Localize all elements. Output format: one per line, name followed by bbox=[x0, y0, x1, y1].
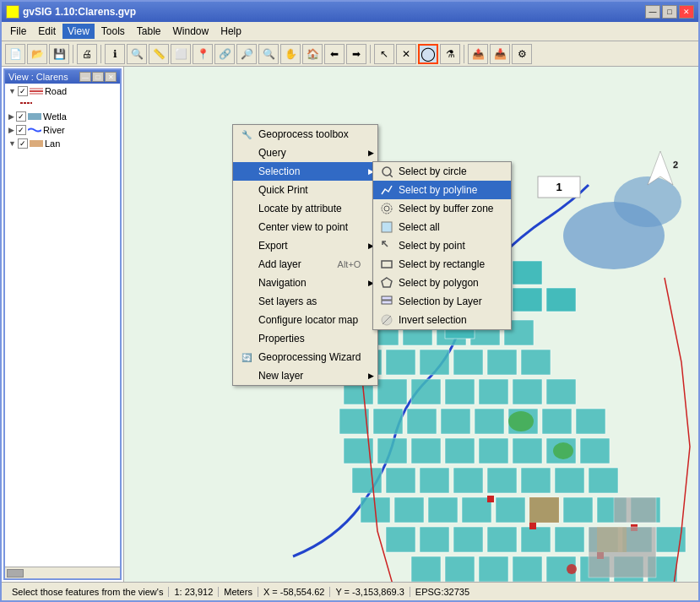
menu-locate[interactable]: Locate by attribute bbox=[233, 199, 377, 218]
tb-select-circle[interactable]: ◯ bbox=[418, 44, 438, 64]
query-arrow: ▶ bbox=[368, 149, 374, 157]
status-units: Meters bbox=[219, 587, 258, 597]
menu-geoprocessing-wizard[interactable]: 🔄 Geoprocessing Wizard bbox=[233, 348, 377, 366]
select-circle[interactable]: Select by circle bbox=[373, 162, 511, 181]
tb-area[interactable]: ⬜ bbox=[171, 44, 191, 64]
tb-select[interactable]: ↖ bbox=[374, 44, 394, 64]
menu-window[interactable]: Window bbox=[168, 24, 214, 39]
tb-clear[interactable]: ✕ bbox=[396, 44, 416, 64]
toc-controls: — □ ✕ bbox=[79, 72, 117, 82]
svg-rect-49 bbox=[555, 468, 584, 493]
layer-river[interactable]: ▶ River bbox=[7, 124, 118, 136]
tb-import[interactable]: 📥 bbox=[490, 44, 510, 64]
menu-selection[interactable]: Selection ▶ bbox=[233, 162, 377, 181]
menu-edit[interactable]: Edit bbox=[33, 24, 61, 39]
selection-by-layer[interactable]: Selection by Layer bbox=[373, 292, 511, 311]
tb-open[interactable]: 📂 bbox=[27, 44, 47, 64]
menu-properties[interactable]: Properties bbox=[233, 329, 377, 348]
svg-rect-50 bbox=[589, 468, 618, 493]
menu-file[interactable]: File bbox=[5, 24, 31, 39]
tb-sep4 bbox=[464, 45, 464, 63]
menu-table[interactable]: Table bbox=[132, 24, 166, 39]
toc-window: View : Clarens — □ ✕ ▼ bbox=[3, 68, 122, 580]
print-icon bbox=[240, 183, 253, 197]
river-icon bbox=[28, 126, 41, 134]
menu-set-layers[interactable]: Set layers as bbox=[233, 292, 377, 311]
tb-query[interactable]: 🔍 bbox=[127, 44, 147, 64]
svg-rect-36 bbox=[377, 438, 407, 464]
svg-rect-5 bbox=[30, 140, 43, 147]
tb-zoom-next[interactable]: ➡ bbox=[346, 44, 366, 64]
export-icon bbox=[240, 239, 253, 252]
tb-filter[interactable]: ⚗ bbox=[440, 44, 460, 64]
wetland-icon bbox=[28, 112, 41, 121]
minimize-button[interactable]: — bbox=[645, 5, 660, 19]
maximize-button[interactable]: □ bbox=[662, 5, 677, 19]
select-polyline[interactable]: Select by polyline bbox=[373, 181, 511, 199]
tb-full-extent[interactable]: 🏠 bbox=[302, 44, 323, 64]
menu-export[interactable]: Export ▶ bbox=[233, 236, 377, 255]
invert-selection[interactable]: Invert selection bbox=[373, 311, 511, 329]
tb-settings[interactable]: ⚙ bbox=[512, 44, 532, 64]
scroll-thumb[interactable] bbox=[7, 569, 24, 578]
select-all[interactable]: Select all bbox=[373, 218, 511, 236]
tb-zoom-in[interactable]: 🔎 bbox=[236, 44, 257, 64]
selection-submenu: Select by circle Select by polyline Sele… bbox=[372, 161, 512, 330]
tb-new[interactable]: 📄 bbox=[5, 44, 25, 64]
select-point[interactable]: Select by point bbox=[373, 236, 511, 255]
svg-rect-24 bbox=[479, 379, 508, 404]
properties-icon bbox=[240, 332, 253, 345]
layer-road[interactable]: ▼ Road bbox=[7, 85, 118, 97]
svg-rect-19 bbox=[521, 350, 551, 375]
tb-info[interactable]: ℹ bbox=[105, 44, 125, 64]
menu-navigation[interactable]: Navigation ▶ bbox=[233, 274, 377, 292]
select-rectangle[interactable]: Select by rectangle bbox=[373, 255, 511, 274]
menu-geoprocess[interactable]: 🔧 Geoprocess toolbox bbox=[233, 125, 377, 144]
title-bar: gvSIG 1.10:Clarens.gvp — □ ✕ bbox=[2, 2, 698, 22]
select-buffer[interactable]: Select by buffer zone bbox=[373, 199, 511, 218]
point-icon bbox=[380, 239, 393, 252]
expand-land: ▼ bbox=[8, 139, 16, 148]
map-area[interactable]: 1 2 bbox=[124, 67, 698, 582]
svg-rect-105 bbox=[589, 527, 656, 578]
toc-close[interactable]: ✕ bbox=[105, 72, 117, 82]
svg-rect-63 bbox=[487, 527, 517, 552]
menu-tools[interactable]: Tools bbox=[96, 24, 130, 39]
horizontal-scrollbar[interactable] bbox=[5, 567, 120, 578]
tb-zoom-out[interactable]: 🔍 bbox=[258, 44, 279, 64]
menu-center-view[interactable]: Center view to point bbox=[233, 218, 377, 236]
menu-help[interactable]: Help bbox=[215, 24, 247, 39]
menu-configure-locator[interactable]: Configure locator map bbox=[233, 311, 377, 329]
svg-rect-86 bbox=[487, 496, 494, 502]
layer-sel-icon bbox=[380, 295, 393, 308]
layer-wetland[interactable]: ▶ Wetla bbox=[7, 111, 118, 122]
close-button[interactable]: ✕ bbox=[679, 5, 694, 19]
tb-zoom-prev[interactable]: ⬅ bbox=[324, 44, 345, 64]
menu-quick-print[interactable]: Quick Print bbox=[233, 181, 377, 199]
polyline-icon bbox=[380, 183, 393, 197]
menu-new-layer[interactable]: New layer ▶ bbox=[233, 366, 377, 385]
select-polygon[interactable]: Select by polygon bbox=[373, 274, 511, 292]
svg-rect-42 bbox=[580, 438, 610, 464]
svg-rect-91 bbox=[529, 497, 559, 523]
layer-land[interactable]: ▼ Lan bbox=[7, 138, 118, 149]
toc-minimize[interactable]: — bbox=[79, 72, 91, 82]
tb-locate[interactable]: 📍 bbox=[193, 44, 213, 64]
app-icon bbox=[6, 5, 19, 19]
menu-query[interactable]: Query ▶ bbox=[233, 144, 377, 162]
toc-maximize[interactable]: □ bbox=[92, 72, 104, 82]
checkbox-river[interactable] bbox=[16, 125, 26, 135]
tb-link[interactable]: 🔗 bbox=[214, 44, 235, 64]
selection-icon bbox=[240, 165, 253, 178]
tb-export[interactable]: 📤 bbox=[468, 44, 488, 64]
tb-print[interactable]: 🖨 bbox=[77, 44, 97, 64]
tb-pan[interactable]: ✋ bbox=[280, 44, 301, 64]
checkbox-wetland[interactable] bbox=[16, 111, 26, 122]
menu-view[interactable]: View bbox=[62, 24, 95, 39]
checkbox-land[interactable] bbox=[18, 138, 28, 149]
tb-measure[interactable]: 📏 bbox=[149, 44, 169, 64]
checkbox-road[interactable] bbox=[18, 86, 28, 96]
tb-save[interactable]: 💾 bbox=[49, 44, 69, 64]
title-bar-left: gvSIG 1.10:Clarens.gvp bbox=[6, 5, 136, 19]
menu-add-layer[interactable]: Add layer Alt+O bbox=[233, 255, 377, 274]
